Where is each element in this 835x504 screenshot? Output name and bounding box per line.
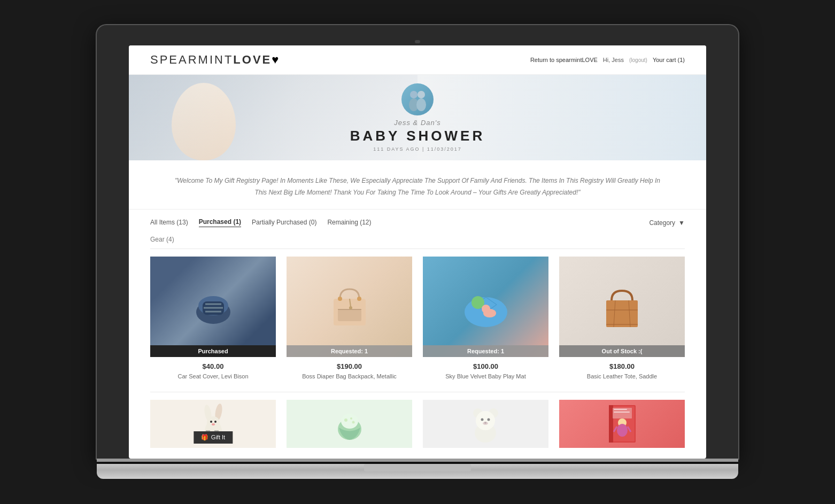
gift-it-button[interactable]: 🎁 Gift It: [194, 431, 233, 444]
product-image-diaper-bag: Requested: 1: [287, 257, 412, 357]
logo-spearmint: SPEARMINT: [150, 53, 233, 66]
product-card-play-mat: Requested: 1 $100.00 Sky Blue Velvet Bab…: [423, 257, 548, 381]
svg-rect-55: [609, 405, 613, 443]
product-name-play-mat: Sky Blue Velvet Baby Play Mat: [445, 373, 525, 381]
svg-point-35: [214, 421, 217, 423]
tab-purchased[interactable]: Purchased (1): [199, 218, 241, 227]
svg-rect-61: [614, 409, 627, 410]
product-image-play-mat: Requested: 1: [423, 257, 548, 357]
welcome-message: "Welcome To My Gift Registry Page! In Mo…: [172, 175, 663, 198]
logo-love: LOVE: [233, 53, 272, 66]
product-status-requested-2: Requested: 1: [423, 345, 548, 357]
product-card-diaper-bag: Requested: 1 $190.00 Boss Diaper Bag Bac…: [287, 257, 412, 381]
svg-point-42: [344, 418, 347, 422]
tab-partially-purchased[interactable]: Partially Purchased (0): [252, 219, 316, 227]
hero-banner: Jess & Dan's BABY SHOWER 111 DAYS AGO | …: [129, 75, 706, 160]
product-status-requested-1: Requested: 1: [287, 345, 412, 357]
product-status-out-of-stock: Out of Stock :(: [559, 345, 685, 357]
svg-point-50: [488, 418, 490, 421]
svg-point-34: [210, 421, 212, 423]
tab-remaining[interactable]: Remaining (12): [327, 219, 371, 227]
product-grid-row2: 🎁 Gift It: [129, 400, 706, 459]
svg-point-1: [418, 91, 425, 98]
svg-point-15: [338, 297, 342, 301]
product-name-car-seat: Car Seat Cover, Levi Bison: [177, 373, 248, 381]
user-greeting: Hi, Jess: [603, 57, 624, 63]
product-grid-row1: Purchased $40.00 Car Seat Cover, Levi Bi…: [129, 257, 706, 391]
product-image-bunny: 🎁 Gift It: [150, 400, 276, 448]
gift-it-label: Gift It: [211, 434, 225, 440]
svg-rect-11: [338, 309, 361, 321]
site-logo: SPEARMINTLOVE♥: [150, 53, 280, 67]
svg-rect-62: [614, 412, 630, 413]
svg-point-52: [484, 422, 486, 424]
filter-bar: All Items (13) Purchased (1) Partially P…: [129, 210, 706, 232]
header-nav: Return to spearmintLOVE Hi, Jess (logout…: [530, 57, 685, 63]
svg-point-14: [349, 306, 352, 309]
product-image-blanket: [287, 400, 412, 448]
product-card-book: [559, 400, 685, 453]
category-dropdown[interactable]: Category ▼: [649, 219, 685, 227]
product-name-diaper-bag: Boss Diaper Bag Backpack, Metallic: [302, 373, 397, 381]
product-price-car-seat: $40.00: [203, 362, 224, 370]
welcome-section: "Welcome To My Gift Registry Page! In Mo…: [129, 160, 706, 210]
product-name-leather-tote: Basic Leather Tote, Saddle: [587, 373, 657, 381]
registry-event-name: BABY SHOWER: [350, 128, 485, 144]
cart-link[interactable]: Your cart (1): [653, 57, 685, 63]
product-price-play-mat: $100.00: [473, 362, 498, 370]
section-divider: [150, 249, 685, 249]
svg-point-41: [341, 414, 358, 429]
category-arrow-icon: ▼: [678, 219, 685, 227]
product-card-blanket: [287, 400, 412, 453]
filter-tabs: All Items (13) Purchased (1) Partially P…: [150, 218, 371, 227]
product-image-bear: [423, 400, 548, 448]
product-image-leather-tote: Out of Stock :(: [559, 257, 685, 357]
gift-icon: 🎁: [201, 434, 208, 441]
product-card-bear: [423, 400, 548, 453]
svg-point-48: [476, 411, 495, 430]
svg-point-16: [357, 297, 361, 301]
product-price-leather-tote: $180.00: [609, 362, 635, 370]
product-card-leather-tote: Out of Stock :( $180.00 Basic Leather To…: [559, 257, 685, 381]
svg-rect-25: [606, 300, 638, 327]
product-card-bunny: 🎁 Gift It: [150, 400, 276, 453]
product-card-car-seat: Purchased $40.00 Car Seat Cover, Levi Bi…: [150, 257, 276, 381]
svg-point-24: [482, 305, 490, 313]
svg-point-36: [212, 423, 215, 425]
logout-link[interactable]: (logout): [629, 57, 647, 63]
svg-point-33: [207, 416, 220, 429]
tab-all-items[interactable]: All Items (13): [150, 219, 188, 227]
laptop-trackpad: [364, 464, 471, 471]
registry-couple-name: Jess & Dan's: [350, 119, 485, 127]
registry-avatar: [401, 83, 434, 115]
section-gear-label: Gear (4): [129, 232, 706, 249]
laptop-base: [97, 464, 738, 479]
logo-heart-icon: ♥: [272, 53, 280, 66]
return-to-site-link[interactable]: Return to spearmintLOVE: [530, 57, 598, 63]
svg-point-3: [416, 98, 426, 111]
product-price-diaper-bag: $190.00: [337, 362, 362, 370]
site-header: SPEARMINTLOVE♥ Return to spearmintLOVE H…: [129, 45, 706, 75]
registry-date: 111 DAYS AGO | 11/03/2017: [350, 146, 485, 152]
hero-content: Jess & Dan's BABY SHOWER 111 DAYS AGO | …: [350, 83, 485, 152]
product-image-book: [559, 400, 685, 448]
laptop-hinge: [97, 459, 738, 462]
product-image-car-seat: Purchased: [150, 257, 276, 357]
svg-point-44: [352, 421, 354, 423]
svg-point-58: [617, 424, 628, 437]
section-divider-2: [150, 392, 685, 392]
product-status-purchased: Purchased: [150, 345, 276, 357]
svg-point-0: [410, 91, 418, 98]
svg-point-43: [350, 417, 352, 420]
svg-point-49: [481, 418, 484, 421]
category-label: Category: [649, 219, 675, 227]
